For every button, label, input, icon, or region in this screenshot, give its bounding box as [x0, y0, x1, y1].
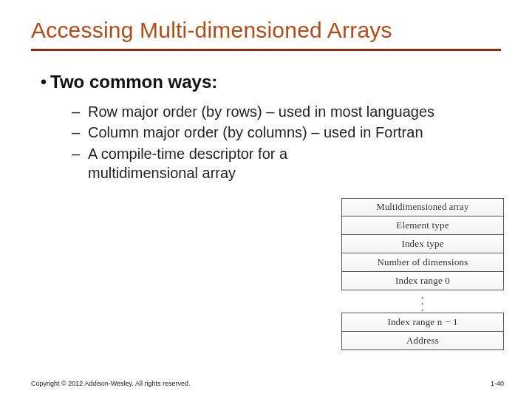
- bullet-level1: • Two common ways:: [37, 72, 501, 93]
- descriptor-row: Index type: [341, 234, 504, 253]
- descriptor-row: Address: [341, 331, 504, 350]
- descriptor-figure: Multidimensioned array Element type Inde…: [341, 198, 504, 350]
- descriptor-row: Number of dimensions: [341, 253, 504, 272]
- sub-bullet-list: – Row major order (by rows) – used in mo…: [72, 102, 485, 183]
- descriptor-row: Index range 0: [341, 271, 504, 290]
- sub-item: – Row major order (by rows) – used in mo…: [72, 102, 485, 121]
- copyright-footer: Copyright © 2012 Addison-Wesley. All rig…: [31, 380, 190, 387]
- sub-item: – A compile-time descriptor for a multid…: [72, 144, 485, 183]
- descriptor-row: Multidimensioned array: [341, 198, 504, 216]
- bullet-text: Two common ways:: [50, 72, 217, 92]
- title-rule: [31, 49, 501, 51]
- dash-icon: –: [72, 102, 88, 121]
- dash-icon: –: [72, 144, 88, 163]
- page-number: 1-40: [491, 380, 504, 387]
- ellipsis-icon: ...: [341, 290, 504, 313]
- dash-icon: –: [72, 123, 88, 142]
- sub-item: – Column major order (by columns) – used…: [72, 123, 485, 142]
- descriptor-row: Element type: [341, 216, 504, 235]
- sub-item-text: A compile-time descriptor for a multidim…: [88, 144, 295, 183]
- bullet-dot-icon: •: [37, 72, 50, 93]
- slide: Accessing Multi-dimensioned Arrays • Two…: [0, 0, 532, 399]
- sub-item-text: Column major order (by columns) – used i…: [88, 123, 485, 142]
- slide-title: Accessing Multi-dimensioned Arrays: [31, 18, 501, 43]
- descriptor-row: Index range n − 1: [341, 313, 504, 332]
- sub-item-text: Row major order (by rows) – used in most…: [88, 102, 485, 121]
